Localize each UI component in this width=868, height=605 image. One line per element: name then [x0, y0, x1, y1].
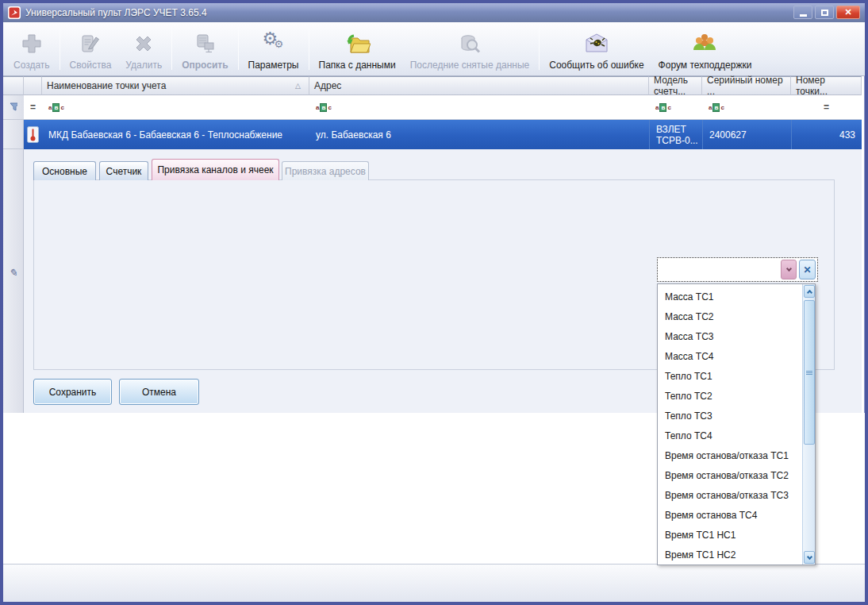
- dropdown-item[interactable]: Тепло ТС3: [659, 406, 800, 426]
- titlebar[interactable]: Универсальный пульт ЛЭРС УЧЕТ 3.65.4 ✕: [3, 3, 865, 22]
- scroll-down-button[interactable]: [804, 551, 815, 564]
- abc-filter-icon: авс: [48, 103, 64, 112]
- column-header-name[interactable]: Наименование точки учета △: [42, 76, 309, 95]
- parameters-button[interactable]: ⚙⚙ Параметры: [241, 24, 306, 73]
- data-folder-button[interactable]: Папка с данными: [312, 24, 403, 73]
- folder-icon: [344, 30, 371, 57]
- recent-data-button: Последние снятые данные: [403, 24, 537, 73]
- point-type-cell: [24, 120, 42, 149]
- point-row-serial[interactable]: 2400627: [702, 120, 791, 149]
- grid-header-indicator: [3, 76, 24, 95]
- dropdown-item[interactable]: Время останова/отказа ТС2: [659, 465, 800, 485]
- window-title: Универсальный пульт ЛЭРС УЧЕТ 3.65.4: [25, 7, 207, 18]
- tab-channels-cells[interactable]: Привязка каналов и ячеек: [152, 159, 279, 180]
- plus-icon: [20, 30, 44, 57]
- scrollbar-thumb[interactable]: [804, 300, 815, 445]
- toolbar-separator: [60, 27, 60, 70]
- dropdown-item[interactable]: Время останова/отказа ТС1: [659, 445, 800, 465]
- dropdown-item[interactable]: Тепло ТС2: [659, 386, 800, 406]
- toolbar-separator: [309, 27, 309, 70]
- people-group-icon: [691, 30, 718, 57]
- notepad-pencil-icon: [79, 30, 102, 57]
- dropdown-item[interactable]: Масса ТС2: [659, 306, 800, 326]
- support-forum-button[interactable]: Форум техподдержки: [651, 24, 759, 73]
- database-search-icon: [457, 30, 482, 57]
- dropdown-item[interactable]: Время ТС1 НС2: [659, 545, 800, 565]
- filter-name[interactable]: авс: [42, 95, 309, 120]
- gears-icon: ⚙⚙: [261, 30, 286, 57]
- filter-model[interactable]: авс: [649, 95, 702, 120]
- column-header-point[interactable]: Номер точки...: [791, 76, 862, 95]
- point-row-number[interactable]: 433: [791, 120, 862, 149]
- edit-row-indicator-strip: ✎: [3, 149, 24, 413]
- toolbar-separator: [238, 27, 239, 70]
- column-header-model[interactable]: Модель счетч...: [649, 76, 702, 95]
- chevron-up-icon: [806, 289, 812, 295]
- row-indicator-cell: [3, 120, 24, 149]
- dropdown-item[interactable]: Масса ТС1: [659, 287, 800, 306]
- minimize-button[interactable]: [793, 6, 812, 19]
- x-icon: [132, 30, 156, 57]
- thermometer-icon: [27, 126, 39, 143]
- abc-filter-icon: авс: [655, 103, 671, 112]
- filter-icon-col[interactable]: =: [24, 95, 42, 120]
- tab-addresses: Привязка адресов: [282, 161, 369, 180]
- envelope-bug-icon: [583, 30, 610, 57]
- funnel-icon: [10, 102, 17, 112]
- app-logo-icon: [8, 6, 21, 19]
- filter-serial[interactable]: авс: [702, 95, 791, 120]
- chevron-down-icon: [785, 266, 791, 272]
- create-button: Создать: [6, 24, 57, 73]
- server-monitor-icon: [193, 30, 217, 57]
- cancel-button[interactable]: Отмена: [119, 379, 199, 405]
- maximize-icon: [821, 10, 828, 16]
- status-bar: [3, 564, 865, 602]
- toolbar-separator: [539, 27, 540, 70]
- cell-combo-editor[interactable]: ✕: [657, 257, 818, 282]
- grip-icon: [806, 372, 812, 373]
- minimize-icon: [800, 14, 807, 17]
- point-row-model[interactable]: ВЗЛЕТ ТСРВ-0...: [649, 120, 702, 149]
- point-row-name[interactable]: МКД Бабаевская 6 - Бабаевская 6 - Теплос…: [42, 120, 309, 149]
- edit-pencil-icon: ✎: [9, 267, 17, 279]
- report-error-button[interactable]: Сообщить об ошибке: [542, 24, 651, 73]
- scroll-up-button[interactable]: [804, 285, 815, 298]
- dropdown-item[interactable]: Масса ТС3: [659, 326, 800, 346]
- poll-button: Опросить: [175, 24, 235, 73]
- delete-button: Удалить: [118, 24, 169, 73]
- properties-button: Свойства: [63, 24, 119, 73]
- sort-asc-icon: △: [295, 82, 304, 90]
- cell-dropdown-popup: Масса ТС1 Масса ТС2 Масса ТС3 Масса ТС4 …: [657, 283, 816, 565]
- abc-filter-icon: авс: [316, 103, 332, 112]
- combo-clear-button[interactable]: ✕: [799, 260, 816, 279]
- filter-address[interactable]: авс: [309, 95, 649, 120]
- filter-menu-cell[interactable]: [3, 95, 24, 120]
- save-button[interactable]: Сохранить: [33, 379, 112, 405]
- toolbar-separator: [171, 27, 172, 70]
- tab-basic[interactable]: Основные: [33, 161, 96, 180]
- column-header-address[interactable]: Адрес: [309, 76, 649, 95]
- abc-filter-icon: авс: [709, 103, 724, 112]
- dropdown-scrollbar[interactable]: [802, 284, 815, 565]
- dropdown-item[interactable]: Масса ТС4: [659, 346, 800, 366]
- toolbar: Создать Свойства Удалить Опросить ⚙⚙ Пар…: [3, 22, 865, 76]
- point-row-address[interactable]: ул. Бабаевская 6: [309, 120, 649, 149]
- dropdown-item[interactable]: Время останова/отказа ТС3: [659, 485, 800, 505]
- maximize-button[interactable]: [815, 6, 834, 19]
- dropdown-item[interactable]: Тепло ТС4: [659, 426, 800, 445]
- chevron-down-icon: [806, 553, 812, 559]
- filter-point[interactable]: =: [791, 95, 862, 120]
- tab-counter[interactable]: Счетчик: [99, 161, 148, 180]
- dropdown-item[interactable]: Время ТС1 НС1: [659, 525, 800, 545]
- dropdown-item[interactable]: Время останова ТС4: [659, 505, 800, 525]
- close-button[interactable]: ✕: [836, 6, 860, 19]
- dropdown-item[interactable]: Тепло ТС1: [659, 366, 800, 386]
- app-window: Универсальный пульт ЛЭРС УЧЕТ 3.65.4 ✕ С…: [0, 0, 868, 605]
- combo-dropdown-button[interactable]: [781, 260, 797, 279]
- grid-header-icon-col: [24, 76, 42, 95]
- column-header-serial[interactable]: Серийный номер ...: [702, 76, 791, 95]
